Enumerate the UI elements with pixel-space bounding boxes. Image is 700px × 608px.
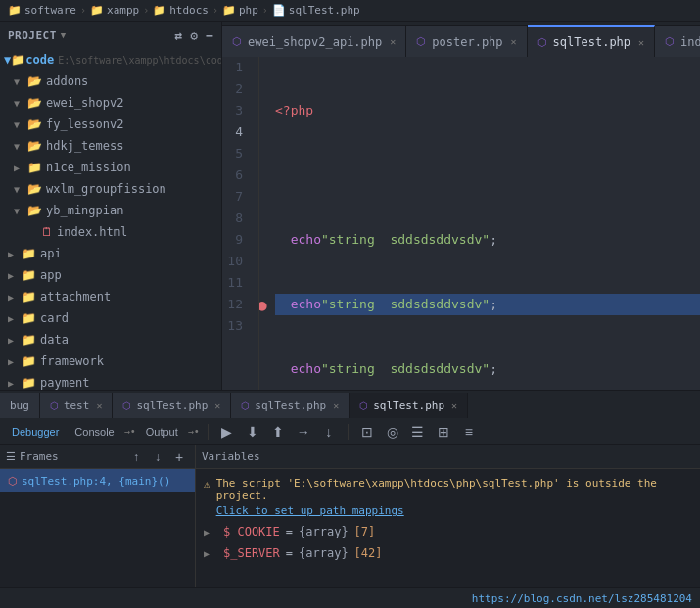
run-to-cursor-btn[interactable]: ↓ <box>318 421 340 443</box>
sidebar-item-app[interactable]: ▶ 📁 app <box>0 264 221 286</box>
php-file-icon: ⬡ <box>122 400 131 411</box>
sidebar-item-wxlm_groupfission[interactable]: ▼ 📂 wxlm_groupfission <box>0 178 221 200</box>
folder-icon: 📁 <box>22 268 36 282</box>
debug-tab-bug[interactable]: bug <box>0 393 40 418</box>
folder-icon: 📁 <box>27 161 42 174</box>
breadcrumb-php[interactable]: 📁 php <box>222 4 258 17</box>
var-name: $_SERVER <box>223 546 280 560</box>
breadcrumb-xampp[interactable]: 📁 xampp <box>90 4 139 17</box>
sidebar-project-label: Project <box>8 29 57 42</box>
sidebar-item-ewei_shopv2[interactable]: ▼ 📂 ewei_shopv2 <box>0 92 221 114</box>
output-tab-btn[interactable]: Output <box>140 421 184 443</box>
step-over-btn[interactable]: ⬇ <box>242 421 263 443</box>
expand-icon[interactable]: ▶ <box>204 548 217 559</box>
tab-close-icon[interactable]: ✕ <box>638 37 644 48</box>
sidebar-item-api[interactable]: ▶ 📁 api <box>0 243 221 264</box>
tab-bar: ⬡ ewei_shopv2_api.php ✕ ⬡ poster.php ✕ ⬡… <box>222 22 700 57</box>
tab-close-icon[interactable]: ✕ <box>451 400 457 411</box>
status-url: https://blog.csdn.net/lsz285481204 <box>472 592 692 605</box>
html-file-icon: 🗒 <box>41 225 53 239</box>
chevron-down-icon[interactable]: ▼ <box>61 30 66 40</box>
tab-close-icon[interactable]: ✕ <box>96 400 102 411</box>
sidebar-item-hdkj_temess[interactable]: ▼ 📂 hdkj_temess <box>0 135 221 157</box>
horizontal-scroll-icon[interactable]: ⇄ <box>175 28 183 43</box>
var-item-cookie[interactable]: ▶ $_COOKIE = {array} [7] <box>196 521 700 542</box>
warning-text: The script 'E:\software\xampp\htdocs\php… <box>216 477 657 502</box>
debugger-tab-btn[interactable]: Debugger <box>6 421 65 443</box>
debug-tab-sqltest1[interactable]: ⬡ sqlTest.php ✕ <box>113 393 231 418</box>
sidebar-item-n1ce_mission[interactable]: ▶ 📁 n1ce_mission <box>0 157 221 178</box>
path-mappings-link[interactable]: Click to set up path mappings <box>216 504 692 517</box>
var-item-server[interactable]: ▶ $_SERVER = {array} [42] <box>196 542 700 564</box>
debug-tab-sqltest2[interactable]: ⬡ sqlTest.php ✕ <box>231 393 350 418</box>
line-numbers: 1 2 3 4 5 6 7 8 9 10 11 12 13 <box>222 57 259 390</box>
watch-btn[interactable]: ◎ <box>382 421 403 443</box>
tab-sqltest[interactable]: ⬡ sqlTest.php ✕ <box>528 25 656 57</box>
code-line-5: echo "string sddsdsddvsdv"; <box>275 358 700 380</box>
tab-ewei_shopv2_api[interactable]: ⬡ ewei_shopv2_api.php ✕ <box>222 25 406 57</box>
var-count: [42] <box>354 546 383 560</box>
folder-open-icon: 📂 <box>27 96 42 110</box>
layout-btn[interactable]: ⊞ <box>433 421 454 443</box>
tab-close-icon[interactable]: ✕ <box>214 400 220 411</box>
step-out-btn[interactable]: → <box>293 421 314 443</box>
variables-panel: Variables ⚠ The script 'E:\software\xamp… <box>196 445 700 587</box>
debug-tab-test[interactable]: ⬡ test ✕ <box>40 393 114 418</box>
sqltest-label: sqlTest.php <box>373 399 444 412</box>
php-file-icon: ⬡ <box>359 400 368 411</box>
tab-poster[interactable]: ⬡ poster.php ✕ <box>406 25 527 57</box>
status-bar: https://blog.csdn.net/lsz285481204 <box>0 587 700 608</box>
sidebar-item-payment[interactable]: ▶ 📁 payment <box>0 372 221 390</box>
sidebar-item-framework[interactable]: ▶ 📁 framework <box>0 351 221 372</box>
resume-btn[interactable]: ▶ <box>216 421 238 443</box>
evaluate-btn[interactable]: ⊡ <box>356 421 378 443</box>
collapse-icon[interactable]: − <box>206 28 213 43</box>
var-value: {array} <box>299 546 349 560</box>
folder-icon: 📁 <box>22 376 36 390</box>
folder-icon: 📁 <box>153 4 166 17</box>
frames-up-btn[interactable]: ↑ <box>126 447 146 467</box>
variables-header: Variables <box>196 445 700 469</box>
root-label: code <box>25 53 54 67</box>
breadcrumb-htdocs[interactable]: 📁 htdocs <box>153 4 209 17</box>
main-layout: Project ▼ ⇄ ⚙ − ▼ 📁 code E:\software\xam… <box>0 22 700 390</box>
settings-btn[interactable]: ≡ <box>458 421 480 443</box>
settings-icon[interactable]: ⚙ <box>190 28 198 43</box>
tab-close-icon[interactable]: ✕ <box>511 36 517 47</box>
sidebar-item-addons[interactable]: ▼ 📂 addons <box>0 70 221 92</box>
var-value: {array} <box>299 525 349 538</box>
sidebar-item-fy_lessonv2[interactable]: ▼ 📂 fy_lessonv2 <box>0 114 221 135</box>
step-into-btn[interactable]: ⬆ <box>267 421 289 443</box>
debug-tab-sqltest3[interactable]: ⬡ sqlTest.php ✕ <box>350 393 468 418</box>
tab-label: index.php <box>680 35 700 49</box>
tab-label: sqlTest.php <box>553 35 630 49</box>
frames-header: ☰ Frames ↑ ↓ + <box>0 445 195 469</box>
sidebar-item-index-html[interactable]: 🗒 index.html <box>0 221 221 243</box>
breakpoints-btn[interactable]: ☰ <box>407 421 429 443</box>
sidebar-root-item[interactable]: ▼ 📁 code E:\software\xampp\htdocs\code <box>0 49 221 70</box>
breadcrumb-software[interactable]: 📁 software <box>8 4 76 17</box>
tab-index-php[interactable]: ⬡ index.php ✕ <box>655 25 700 57</box>
expand-arrow: ▼ <box>4 53 11 67</box>
expand-icon[interactable]: ▶ <box>204 527 217 538</box>
tab-close-icon[interactable]: ✕ <box>390 36 396 47</box>
sidebar-item-attachment[interactable]: ▶ 📁 attachment <box>0 286 221 307</box>
frames-add-btn[interactable]: + <box>169 447 189 467</box>
sidebar-item-card[interactable]: ▶ 📁 card <box>0 307 221 329</box>
folder-open-icon: 📂 <box>27 182 42 196</box>
breadcrumb-file[interactable]: 📄 sqlTest.php <box>272 4 360 17</box>
php-file-icon: ⬡ <box>50 400 59 411</box>
frames-panel: ☰ Frames ↑ ↓ + ⬡ sqlTest.php:4, {main}() <box>0 445 196 587</box>
tab-label: poster.php <box>432 35 502 49</box>
frames-down-btn[interactable]: ↓ <box>148 447 167 467</box>
console-tab-btn[interactable]: Console <box>69 421 119 443</box>
code-line-1: <?php <box>275 100 700 121</box>
code-editor[interactable]: 1 2 3 4 5 6 7 8 9 10 11 12 13 <?php echo… <box>222 57 700 390</box>
debugger-toolbar: Debugger Console →• Output →• ▶ ⬇ ⬆ → ↓ … <box>0 418 700 445</box>
sidebar-item-data[interactable]: ▶ 📁 data <box>0 329 221 351</box>
tab-close-icon[interactable]: ✕ <box>333 400 339 411</box>
frame-item[interactable]: ⬡ sqlTest.php:4, {main}() <box>0 469 195 492</box>
breadcrumb-bar: 📁 software › 📁 xampp › 📁 htdocs › 📁 php … <box>0 0 700 22</box>
sidebar-item-yb_mingpian[interactable]: ▼ 📂 yb_mingpian <box>0 200 221 221</box>
folder-icon: 📁 <box>8 4 22 17</box>
